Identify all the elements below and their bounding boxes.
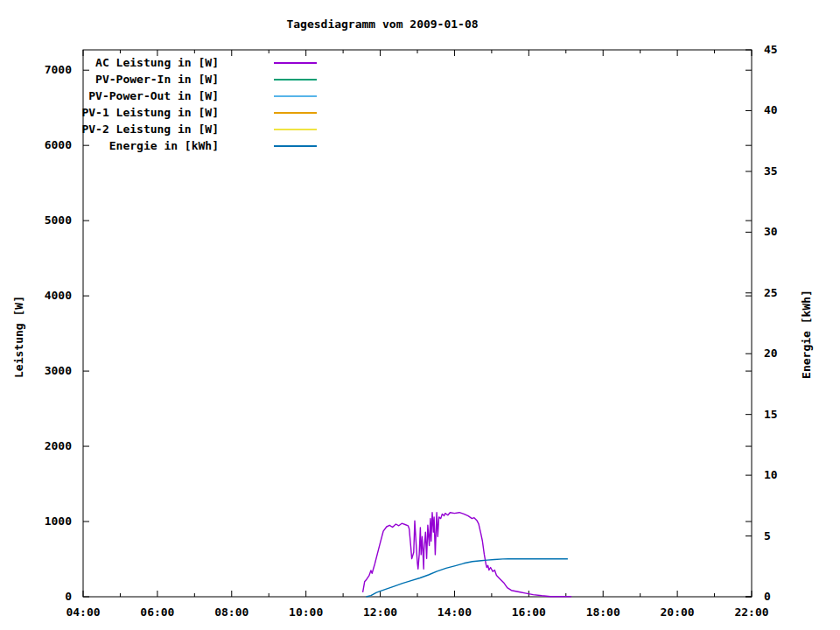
plot-canvas: 04:0006:0008:0010:0012:0014:0016:0018:00… <box>0 0 840 630</box>
legend-entry: PV-Power-Out in [W] <box>88 89 317 102</box>
y-left-tick-label: 6000 <box>45 138 72 151</box>
legend-entry: Energie in [kWh] <box>109 139 317 152</box>
y-right-ticks: 051015202530354045 <box>746 43 778 603</box>
x-tick-label: 16:00 <box>512 606 546 619</box>
y-left-tick-label: 0 <box>65 590 72 603</box>
y-left-tick-label: 7000 <box>45 63 72 76</box>
x-tick-label: 06:00 <box>140 606 174 619</box>
legend-label: PV-Power-In in [W] <box>95 73 219 86</box>
series-lines <box>363 513 571 597</box>
gnuplot-daily-diagram: Tagesdiagramm vom 2009-01-08 Leistung [W… <box>0 0 840 630</box>
y-right-tick-label: 15 <box>764 408 778 421</box>
legend-label: PV-1 Leistung in [W] <box>81 106 219 119</box>
legend-label: AC Leistung in [W] <box>95 56 219 69</box>
x-tick-label: 12:00 <box>363 606 397 619</box>
y-left-tick-label: 3000 <box>45 364 72 377</box>
y-right-tick-label: 25 <box>764 286 778 299</box>
y-right-tick-label: 35 <box>764 164 778 178</box>
y-left-tick-label: 5000 <box>45 214 72 227</box>
y-left-tick-label: 4000 <box>45 289 72 302</box>
legend-entry: AC Leistung in [W] <box>95 56 317 69</box>
legend-entry: PV-Power-In in [W] <box>95 73 317 86</box>
x-tick-label: 22:00 <box>734 606 768 619</box>
y-right-tick-label: 40 <box>764 103 778 116</box>
legend-label: Energie in [kWh] <box>109 139 219 152</box>
y-left-tick-label: 2000 <box>45 439 72 452</box>
series-left <box>363 513 571 597</box>
y-left-tick-label: 1000 <box>45 514 72 528</box>
legend-label: PV-Power-Out in [W] <box>88 89 219 102</box>
series-right <box>366 559 568 597</box>
x-tick-label: 08:00 <box>214 606 248 619</box>
x-axis-tick-labels: 04:0006:0008:0010:0012:0014:0016:0018:00… <box>66 606 768 619</box>
legend-label: PV-2 Leistung in [W] <box>81 122 219 136</box>
legend-entry: PV-2 Leistung in [W] <box>81 122 317 136</box>
y-right-tick-label: 10 <box>764 468 778 481</box>
y-right-tick-label: 30 <box>764 225 778 238</box>
x-tick-label: 18:00 <box>586 606 620 619</box>
legend-entry: PV-1 Leistung in [W] <box>81 106 317 119</box>
legend: AC Leistung in [W]PV-Power-In in [W]PV-P… <box>81 56 317 152</box>
y-right-tick-label: 20 <box>764 346 778 360</box>
x-tick-label: 04:00 <box>66 606 100 619</box>
y-right-tick-label: 5 <box>764 529 771 542</box>
y-right-tick-label: 0 <box>764 590 771 603</box>
x-tick-label: 10:00 <box>289 606 323 619</box>
y-right-tick-label: 45 <box>764 43 778 56</box>
x-tick-label: 20:00 <box>661 606 695 619</box>
x-tick-label: 14:00 <box>438 606 472 619</box>
